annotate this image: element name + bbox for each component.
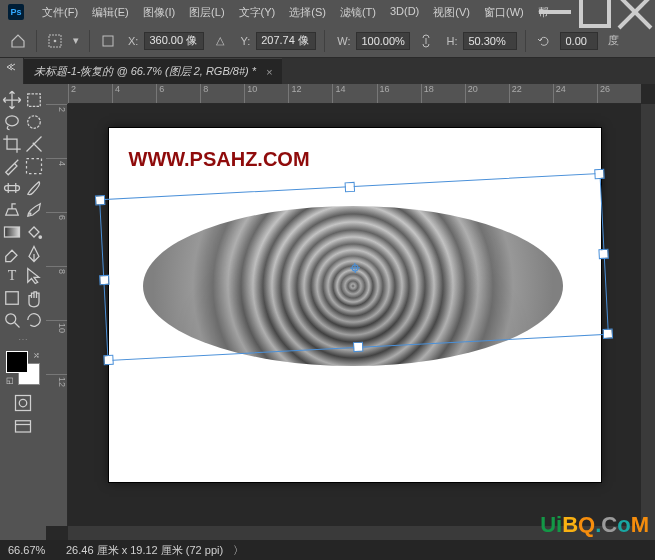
marquee-tool-icon[interactable] [24,156,44,176]
rotation-input[interactable] [560,32,598,50]
menu-view[interactable]: 视图(V) [427,3,476,22]
tab-close-icon[interactable]: × [266,66,272,78]
healing-brush-tool-icon[interactable] [2,178,22,198]
svg-rect-11 [5,186,20,191]
ripple-layer[interactable] [143,206,563,366]
transform-reference-icon[interactable] [45,31,65,51]
shape-tool-icon[interactable] [2,288,22,308]
app-logo: Ps [8,4,24,20]
vertical-scrollbar[interactable] [641,104,655,526]
transform-handle[interactable] [100,276,108,284]
svg-point-16 [6,314,16,324]
transform-handle[interactable] [104,356,112,364]
main-menu: 文件(F) 编辑(E) 图像(I) 图层(L) 文字(Y) 选择(S) 滤镜(T… [36,3,555,22]
degree-label: 度 [608,33,619,48]
ruler-corner [46,84,68,104]
document-tab-title: 未标题-1-恢复的 @ 66.7% (图层 2, RGB/8#) * [34,64,256,79]
separator [525,30,526,52]
gradient-tool-icon[interactable] [2,222,22,242]
h-input[interactable] [463,32,517,50]
menu-window[interactable]: 窗口(W) [478,3,530,22]
menu-edit[interactable]: 编辑(E) [86,3,135,22]
x-input[interactable] [144,32,204,50]
menu-layer[interactable]: 图层(L) [183,3,230,22]
color-swatches[interactable]: ⤭ ◱ [6,351,40,385]
svg-rect-1 [581,0,609,26]
svg-rect-15 [6,292,19,305]
transform-handle[interactable] [599,250,607,258]
document-tab[interactable]: 未标题-1-恢复的 @ 66.7% (图层 2, RGB/8#) * × [24,58,282,84]
separator [89,30,90,52]
watermark-text: WWW.PSAHZ.COM [129,148,310,171]
quick-select-tool-icon[interactable] [24,112,44,132]
svg-rect-20 [16,421,31,432]
document-tab-row: 未标题-1-恢复的 @ 66.7% (图层 2, RGB/8#) * × [0,58,655,84]
close-button[interactable] [615,0,655,24]
main-area: T ⋯ ⤭ ◱ 2468101214161820222426 24681012 [0,84,655,540]
rotate-icon[interactable] [534,31,554,51]
window-controls [535,0,655,24]
swap-colors-icon[interactable]: ⤭ [33,351,40,360]
document-canvas[interactable]: WWW.PSAHZ.COM [109,128,601,482]
transform-handle[interactable] [345,183,353,191]
move-tool-icon[interactable] [2,90,22,110]
svg-point-12 [29,213,32,216]
zoom-level-input[interactable] [8,544,56,556]
ruler-tick: 2 [68,84,112,103]
tool-options-icon[interactable]: ⋯ [18,334,28,345]
type-tool-icon[interactable]: T [2,266,22,286]
document-info-text: 26.46 厘米 x 19.12 厘米 (72 ppi) [66,543,223,558]
artboard-tool-icon[interactable] [24,90,44,110]
history-brush-tool-icon[interactable] [24,200,44,220]
home-icon[interactable] [8,31,28,51]
status-arrow-icon[interactable]: 〉 [233,543,244,558]
slice-tool-icon[interactable] [24,134,44,154]
svg-point-9 [28,116,41,129]
transform-handle[interactable] [95,196,103,204]
brush-tool-icon[interactable] [24,178,44,198]
swap-xy-icon[interactable]: △ [210,31,230,51]
path-select-tool-icon[interactable] [24,266,44,286]
panel-collapse-icon[interactable] [0,58,24,84]
menu-select[interactable]: 选择(S) [283,3,332,22]
menu-filter[interactable]: 滤镜(T) [334,3,382,22]
hand-tool-icon[interactable] [24,288,44,308]
paint-bucket-tool-icon[interactable] [24,222,44,242]
svg-rect-18 [16,396,31,411]
screen-mode-icon[interactable] [13,417,33,437]
h-label: H: [446,35,457,47]
quick-mask-icon[interactable] [13,393,33,413]
x-label: X: [128,35,138,47]
link-icon[interactable] [416,31,436,51]
default-colors-icon[interactable]: ◱ [6,376,14,385]
eraser-tool-icon[interactable] [2,244,22,264]
maximize-button[interactable] [575,0,615,24]
separator [36,30,37,52]
transform-handle[interactable] [603,330,611,338]
menu-file[interactable]: 文件(F) [36,3,84,22]
tools-panel: T ⋯ ⤭ ◱ [0,84,46,540]
y-input[interactable] [256,32,316,50]
transform-handle[interactable] [595,170,603,178]
menu-image[interactable]: 图像(I) [137,3,181,22]
horizontal-ruler[interactable]: 2468101214161820222426 [68,84,641,104]
vertical-ruler[interactable]: 24681012 [46,104,68,526]
zoom-tool-icon[interactable] [2,310,22,330]
chevron-down-icon[interactable]: ▾ [71,31,81,51]
rotate-view-tool-icon[interactable] [24,310,44,330]
lasso-tool-icon[interactable] [2,112,22,132]
canvas-shell: 2468101214161820222426 24681012 WWW.PSAH… [46,84,655,540]
menu-type[interactable]: 文字(Y) [233,3,282,22]
crop-tool-icon[interactable] [2,134,22,154]
clone-stamp-tool-icon[interactable] [2,200,22,220]
minimize-button[interactable] [535,0,575,24]
reference-point-icon[interactable] [98,31,118,51]
menu-3d[interactable]: 3D(D) [384,3,425,22]
w-input[interactable] [356,32,410,50]
status-bar: 26.46 厘米 x 19.12 厘米 (72 ppi) 〉 [0,540,655,560]
canvas-viewport[interactable]: WWW.PSAHZ.COM [68,104,641,526]
svg-rect-13 [5,227,20,237]
pen-tool-icon[interactable] [24,244,44,264]
foreground-color[interactable] [6,351,28,373]
eyedropper-tool-icon[interactable] [2,156,22,176]
